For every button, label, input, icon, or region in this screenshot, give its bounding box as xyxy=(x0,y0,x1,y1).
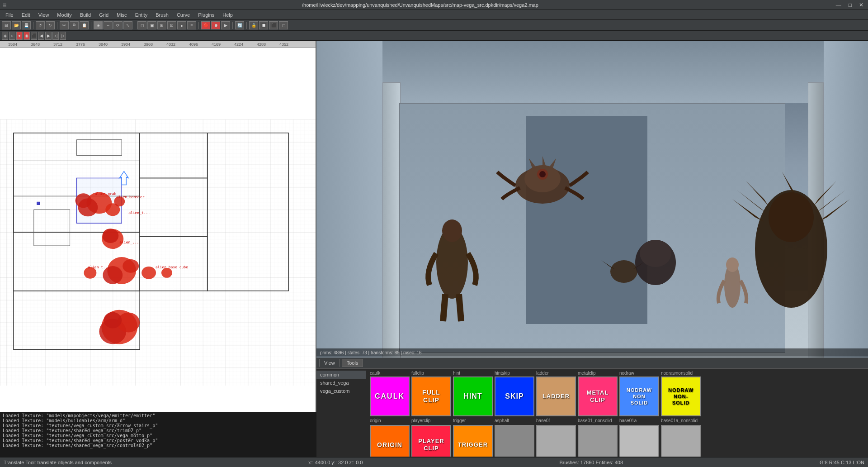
view-3d[interactable]: prims: 4896 | states: 73 | transforms: 8… xyxy=(316,41,868,457)
toolbar-b6[interactable]: ≡ xyxy=(187,21,196,29)
toolbar2-b4[interactable]: ◉ xyxy=(24,32,30,40)
menu-build[interactable]: Build xyxy=(76,11,94,19)
menu-file[interactable]: File xyxy=(2,11,17,19)
swatch-nodraw[interactable]: NODRAWNONSOLID xyxy=(619,376,659,416)
menu-misc[interactable]: Misc xyxy=(113,11,131,19)
map-canvas[interactable]: alien_booster alien_grab alien_t... alie… xyxy=(0,48,316,457)
swatch-origin[interactable]: ORIGIN xyxy=(370,425,410,457)
texture-asphalt[interactable] xyxy=(495,425,534,457)
texture-base01-nonsolid[interactable] xyxy=(578,425,618,457)
toolbar-open[interactable]: 📂 xyxy=(12,21,21,29)
menu-help[interactable]: Help xyxy=(219,11,236,19)
texture-origin[interactable]: ORIGIN xyxy=(370,425,410,457)
toolbar-tex1[interactable]: 🔒 xyxy=(249,21,258,29)
swatch-ladder[interactable]: LADDER xyxy=(536,376,576,416)
menu-plugins[interactable]: Plugins xyxy=(194,11,218,19)
svg-point-25 xyxy=(102,229,118,243)
swatch-base01[interactable] xyxy=(536,425,576,457)
label-base01a-nonsolid: base01a_nonsolid xyxy=(661,418,701,423)
tab-tools[interactable]: Tools xyxy=(342,359,363,367)
texture-nodrawnonsolid[interactable]: NODRAWNON-SOLID xyxy=(661,376,701,416)
texture-base01a[interactable] xyxy=(619,425,659,457)
swatch-base01a-nonsolid[interactable] xyxy=(661,425,701,457)
toolbar-c1[interactable]: 🔴 xyxy=(201,21,210,29)
texture-nodraw[interactable]: NODRAWNONSOLID xyxy=(619,376,659,416)
map-view[interactable]: 3584 3648 3712 3776 3840 3904 3968 4032 … xyxy=(0,41,316,457)
toolbar2-b2[interactable]: ○ xyxy=(9,32,15,40)
toolbar-c3[interactable]: ▶ xyxy=(221,21,230,29)
toolbar-cut[interactable]: ✂ xyxy=(60,21,69,29)
toolbar-move[interactable]: ↔ xyxy=(104,21,113,29)
toolbar-redo[interactable]: ↻ xyxy=(46,21,55,29)
swatch-asphalt[interactable] xyxy=(495,425,534,457)
toolbar-b2[interactable]: ▣ xyxy=(147,21,156,29)
toolbar2-b5[interactable]: ⬛ xyxy=(31,32,37,40)
svg-marker-40 xyxy=(119,172,128,185)
toolbar-b3[interactable]: ⊞ xyxy=(157,21,166,29)
toolbar-save[interactable]: 💾 xyxy=(22,21,31,29)
menu-view[interactable]: View xyxy=(35,11,53,19)
toolbar2-b6[interactable]: ◀ xyxy=(38,32,44,40)
swatch-nodrawnonsolid[interactable]: NODRAWNON-SOLID xyxy=(661,376,701,416)
swatch-trigger[interactable]: TRIGGER xyxy=(453,425,493,457)
texture-base01a-nonsolid[interactable] xyxy=(661,425,701,457)
menu-icon[interactable]: ≡ xyxy=(3,1,6,9)
toolbar-undo[interactable]: ↺ xyxy=(36,21,45,29)
category-common[interactable]: common xyxy=(316,371,366,379)
toolbar2-b9[interactable]: ▷ xyxy=(60,32,66,40)
toolbar-select[interactable]: ◈ xyxy=(94,21,103,29)
category-shared-vega[interactable]: shared_vega xyxy=(316,379,366,387)
texture-ladder[interactable]: LADDER xyxy=(536,376,576,416)
toolbar-c2[interactable]: ⏺ xyxy=(211,21,220,29)
menu-curve[interactable]: Curve xyxy=(173,11,193,19)
tab-view[interactable]: View xyxy=(319,359,340,367)
toolbar-refresh[interactable]: 🔄 xyxy=(235,21,244,29)
toolbar-b5[interactable]: ∎ xyxy=(177,21,186,29)
minimize-button[interactable]: — xyxy=(834,2,843,8)
menu-modify[interactable]: Modify xyxy=(53,11,75,19)
toolbar-tex3[interactable]: ⬛ xyxy=(269,21,278,29)
toolbar2-b7[interactable]: ▶ xyxy=(45,32,52,40)
swatch-caulk[interactable]: CAULK xyxy=(370,376,410,416)
toolbar-new[interactable]: ⊟ xyxy=(2,21,11,29)
menu-brush[interactable]: Brush xyxy=(152,11,172,19)
menu-grid[interactable]: Grid xyxy=(95,11,112,19)
svg-text:alien_t...: alien_t... xyxy=(128,211,150,215)
menu-entity[interactable]: Entity xyxy=(132,11,151,19)
swatch-playerclip[interactable]: PLAYERCLIP xyxy=(411,425,451,457)
swatch-hint[interactable]: HINT xyxy=(453,376,493,416)
toolbar-scale[interactable]: ⤡ xyxy=(123,21,132,29)
toolbar-tex2[interactable]: 🔲 xyxy=(259,21,268,29)
toolbar-copy[interactable]: ⧉ xyxy=(70,21,79,29)
texture-playerclip[interactable]: PLAYERCLIP xyxy=(411,425,451,457)
category-vega-custom[interactable]: vega_custom xyxy=(316,387,366,395)
swatch-fullclip[interactable]: FULLCLIP xyxy=(411,376,451,416)
toolbar-b4[interactable]: ⊡ xyxy=(167,21,176,29)
toolbar-b1[interactable]: ◻ xyxy=(137,21,146,29)
toolbar2-b8[interactable]: ◁ xyxy=(52,32,59,40)
close-button[interactable]: ✕ xyxy=(857,2,865,8)
toolbar-paste[interactable]: 📋 xyxy=(80,21,89,29)
menu-edit[interactable]: Edit xyxy=(18,11,34,19)
swatch-base01-nonsolid[interactable] xyxy=(578,425,618,457)
label-base01a: base01a xyxy=(619,418,659,423)
texture-hint[interactable]: HINT xyxy=(453,376,493,416)
texture-trigger[interactable]: TRIGGER xyxy=(453,425,493,457)
toolbar2-b3[interactable]: ● xyxy=(16,32,23,40)
texture-hintskip[interactable]: SKIP xyxy=(495,376,534,416)
toolbar-tex4[interactable]: ◻ xyxy=(279,21,288,29)
texture-caulk[interactable]: CAULK xyxy=(370,376,410,416)
sep6 xyxy=(232,22,233,29)
toolbar2-b1[interactable]: ◈ xyxy=(2,32,8,40)
swatch-hintskip[interactable]: SKIP xyxy=(495,376,534,416)
swatch-metalclip[interactable]: METALCLIP xyxy=(578,376,618,416)
toolbar-rotate[interactable]: ⟳ xyxy=(113,21,123,29)
texture-base01[interactable] xyxy=(536,425,576,457)
texture-metalclip[interactable]: METALCLIP xyxy=(578,376,618,416)
svg-rect-8 xyxy=(14,291,140,350)
svg-rect-7 xyxy=(14,232,140,291)
texture-fullclip[interactable]: FULLCLIP xyxy=(411,376,451,416)
swatch-base01a[interactable] xyxy=(619,425,659,457)
humanoid-small xyxy=(718,257,746,308)
maximize-button[interactable]: □ xyxy=(847,2,854,8)
